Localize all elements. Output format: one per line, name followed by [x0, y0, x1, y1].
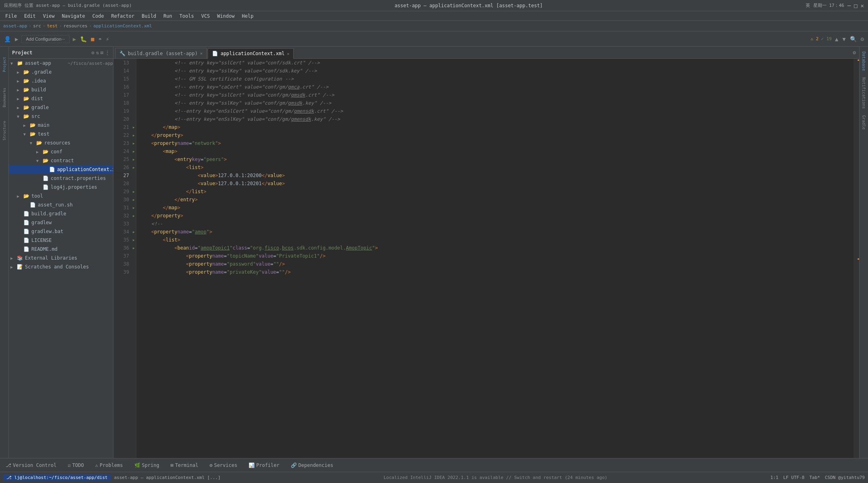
panel-title: Project: [12, 50, 33, 56]
bottom-tab-version-control[interactable]: ⎇ Version Control: [3, 462, 59, 469]
tree-item-src[interactable]: ▼ 📂 src: [9, 112, 113, 121]
toolbar-coverage-button[interactable]: ☂: [98, 35, 103, 43]
tab-applicationcontext[interactable]: 📄 applicationContext.xml ✕: [208, 48, 294, 59]
tree-item-assetrun[interactable]: ▶ 📄 asset_run.sh: [9, 200, 113, 209]
tree-item-dist[interactable]: ▶ 📂 dist: [9, 94, 113, 103]
tree-item-resources[interactable]: ▼ 📂 resources: [9, 138, 113, 147]
code-line-29: </list>: [140, 188, 850, 196]
toolbar-debug-button[interactable]: 🐛: [79, 35, 88, 43]
code-line-21: </map>: [140, 123, 850, 131]
tree-item-gradlew[interactable]: ▶ 📄 gradlew: [9, 218, 113, 227]
code-line-34: <property name="amop">: [140, 228, 850, 236]
tree-item-scratches[interactable]: ▶ 📝 Scratches and Consoles: [9, 262, 113, 271]
tree-item-log4j[interactable]: ▶ 📄 log4j.properties: [9, 183, 113, 192]
menu-navigate[interactable]: Navigate: [59, 12, 88, 20]
path-part-5[interactable]: applicationContext.xml: [93, 23, 152, 29]
tree-item-test[interactable]: ▼ 📂 test: [9, 130, 113, 138]
toolbar-profiler-button[interactable]: ⚡: [105, 35, 110, 43]
left-sidebar: Project Bookmarks Structure: [0, 47, 9, 458]
tree-item-gradle-dir[interactable]: ▶ 📂 .gradle: [9, 68, 113, 76]
tree-item-external-libs[interactable]: ▶ 📚 External Libraries: [9, 254, 113, 262]
tree-item-tool[interactable]: ▶ 📂 tool: [9, 192, 113, 200]
tree-item-gradle[interactable]: ▶ 📂 gradle: [9, 103, 113, 112]
right-panel-notifications[interactable]: Notifications: [861, 74, 867, 112]
tab-applicationcontext-close[interactable]: ✕: [287, 52, 289, 56]
menu-window[interactable]: Window: [214, 12, 238, 20]
tree-item-conf[interactable]: ▶ 📂 conf: [9, 147, 113, 156]
toolbar-right: ⚠ 2 ✓ 19 ▲ ▼ 🔍 ⚙: [810, 35, 865, 43]
bottom-tab-todo[interactable]: ☑ TODO: [65, 462, 86, 469]
bottom-tab-problems[interactable]: ⚠ Problems: [93, 462, 125, 469]
path-part-1[interactable]: asset-app: [3, 23, 27, 29]
menu-edit[interactable]: Edit: [21, 12, 39, 20]
right-panel-gradle[interactable]: Gradle: [861, 112, 867, 133]
panel-sort-icon[interactable]: ⇅: [96, 50, 99, 56]
bottom-tab-spring[interactable]: 🌿 Spring: [132, 462, 162, 469]
toolbar-chevron-up[interactable]: ▲: [834, 35, 839, 43]
menu-file[interactable]: File: [2, 12, 20, 20]
tree-item-license[interactable]: ▶ 📄 LICENSE: [9, 236, 113, 245]
panel-more-icon[interactable]: ⋮: [105, 50, 110, 56]
close-button[interactable]: ✕: [861, 2, 864, 9]
right-panel-database[interactable]: Database: [861, 48, 867, 74]
tree-item-build[interactable]: ▶ 📂 build: [9, 85, 113, 94]
toolbar-run-button[interactable]: ▶: [72, 35, 77, 43]
settings-icon[interactable]: ⚙: [860, 35, 865, 43]
minimize-button[interactable]: ─: [847, 2, 851, 9]
tree-item-idea[interactable]: ▶ 📂 .idea: [9, 76, 113, 85]
add-configuration-button[interactable]: Add Configuration···: [21, 35, 69, 43]
tab-settings-icon[interactable]: ⚙: [853, 50, 856, 56]
tree-item-contractprops[interactable]: ▶ 📄 contract.properties: [9, 174, 113, 183]
sidebar-item-project[interactable]: Project: [0, 48, 8, 80]
code-line-22: </property>: [140, 131, 850, 139]
menu-code[interactable]: Code: [89, 12, 107, 20]
menu-view[interactable]: View: [40, 12, 58, 20]
bottom-tab-profiler[interactable]: 📊 Profiler: [246, 462, 282, 469]
toolbar-chevron-down[interactable]: ▼: [841, 35, 846, 43]
status-encoding[interactable]: LF UTF-8: [783, 475, 804, 480]
bottom-tab-terminal[interactable]: ⊞ Terminal: [168, 462, 201, 469]
spring-icon: 🌿: [134, 462, 140, 468]
status-branch[interactable]: ⎇ lj@localhost:~/fisco/asset-app/dist: [3, 475, 111, 481]
toolbar-left: 👤 ▶ Add Configuration··· ▶ 🐛 ■ ☂ ⚡: [3, 35, 110, 43]
code-line-33: <!--: [140, 220, 850, 228]
status-indent[interactable]: Tab*: [809, 475, 820, 480]
todo-label: TODO: [72, 462, 84, 468]
menu-refactor[interactable]: Refactor: [108, 12, 138, 20]
sidebar-item-bookmarks[interactable]: Bookmarks: [0, 81, 8, 114]
tabs-bar: 🔧 build.gradle (asset-app) ✕ 📄 applicati…: [113, 47, 859, 59]
path-part-2[interactable]: src: [33, 23, 41, 29]
menu-vcs[interactable]: VCS: [198, 12, 213, 20]
menu-build[interactable]: Build: [138, 12, 159, 20]
tree-item-main[interactable]: ▶ 📂 main: [9, 121, 113, 130]
status-position[interactable]: 1:1: [770, 475, 778, 480]
maximize-button[interactable]: □: [854, 2, 857, 9]
tree-item-applicationcontext[interactable]: ▶ 📄 applicationContext.xml: [9, 165, 113, 174]
bottom-tab-services[interactable]: ⚙ Services: [207, 462, 240, 469]
tree-item-gradlewbat[interactable]: ▶ 📄 gradlew.bat: [9, 227, 113, 236]
tab-buildgradle-close[interactable]: ✕: [200, 51, 202, 56]
toolbar-stop-button[interactable]: ■: [90, 35, 95, 43]
bottom-tab-dependencies[interactable]: 🔗 Dependencies: [288, 462, 336, 469]
path-part-3[interactable]: test: [47, 23, 58, 29]
code-line-39: <property name="privateKey" value="" />: [140, 268, 850, 276]
panel-settings-icon[interactable]: ⚙: [91, 50, 94, 56]
panel-expand-icon[interactable]: ⊞: [101, 50, 103, 56]
toolbar-icon-run[interactable]: ▶: [14, 35, 19, 43]
menu-run[interactable]: Run: [160, 12, 175, 20]
title-bar-right: 英 星期一 17：46 ─ □ ✕: [806, 2, 864, 9]
search-icon[interactable]: 🔍: [849, 35, 858, 43]
path-part-4[interactable]: resources: [64, 23, 88, 29]
menu-tools[interactable]: Tools: [176, 12, 197, 20]
menu-help[interactable]: Help: [239, 12, 257, 20]
tree-item-readme[interactable]: ▶ 📄 README.md: [9, 245, 113, 254]
toolbar-icon-profile[interactable]: 👤: [3, 35, 12, 43]
tab-buildgradle[interactable]: 🔧 build.gradle (asset-app) ✕: [115, 48, 207, 58]
sidebar-item-structure[interactable]: Structure: [0, 114, 8, 147]
tree-item-contract[interactable]: ▼ 📂 contract: [9, 156, 113, 165]
code-editor[interactable]: <!-- entry key="sslCert" value="conf/sdk…: [136, 59, 854, 458]
tree-item-buildgradle[interactable]: ▶ 📄 build.gradle: [9, 209, 113, 218]
tree-item-root[interactable]: ▼ 📁 asset-app ~/fisco/asset-app: [9, 59, 113, 68]
status-csdn[interactable]: CSDN @yitahtu79: [825, 475, 865, 480]
code-line-25: <entry key="peers">: [140, 155, 850, 163]
